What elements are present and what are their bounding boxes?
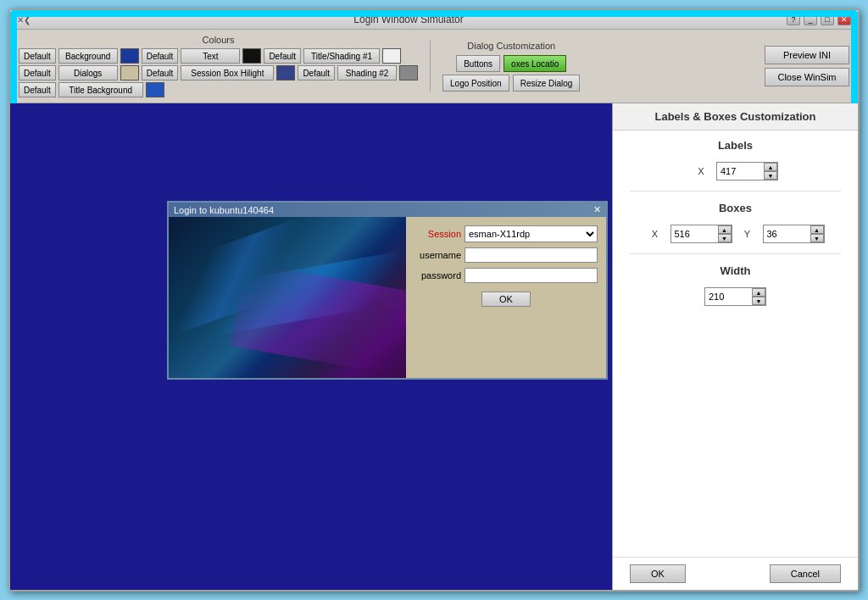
close-button[interactable]: ✕: [837, 14, 851, 25]
app-window: ✕❮ Login Window Simulator ? _ □ ✕ Colour…: [8, 8, 860, 592]
close-winsim-btn[interactable]: Close WinSim: [765, 68, 849, 86]
dialog-customization: Dialog Customization Buttons oxes Locati…: [442, 41, 580, 92]
dialog-cust-heading: Dialog Customization: [467, 41, 555, 51]
width-input[interactable]: [705, 288, 752, 305]
labels-x-down-btn[interactable]: ▼: [764, 171, 777, 180]
boxes-x-label: X: [647, 229, 664, 239]
colours-heading: Colours: [19, 35, 418, 45]
help-button[interactable]: ?: [787, 14, 800, 25]
panel-ok-btn[interactable]: OK: [630, 564, 686, 583]
boxes-y-spinner: ▲ ▼: [810, 225, 824, 242]
default-background-btn[interactable]: Default: [19, 48, 56, 64]
dialogs-btn[interactable]: Dialogs: [58, 65, 118, 81]
boxes-y-input-wrapper: ▲ ▼: [763, 225, 825, 243]
background-btn[interactable]: Background: [58, 48, 118, 64]
background-swatch[interactable]: [120, 48, 139, 64]
dialog-row-2: Logo Position Resize Dialog: [442, 75, 580, 92]
ok-btn-row: OK: [415, 292, 598, 307]
window-title: Login Window Simulator: [353, 14, 463, 25]
default-session-btn[interactable]: Default: [142, 65, 179, 81]
boxes-heading: Boxes: [630, 202, 841, 214]
text-btn[interactable]: Text: [181, 48, 240, 64]
title-shading-swatch[interactable]: [382, 48, 401, 64]
boxes-x-spinner: ▲ ▼: [718, 225, 732, 242]
session-row: Session esman-X11rdp: [415, 225, 598, 242]
password-input[interactable]: [465, 268, 598, 283]
width-heading: Width: [630, 264, 841, 277]
colour-row-background: Default Background Default Text Default …: [19, 48, 418, 64]
text-swatch[interactable]: [242, 48, 261, 64]
boxes-y-up-btn[interactable]: ▲: [810, 225, 824, 234]
labels-x-input[interactable]: [717, 163, 764, 180]
session-hilight-btn[interactable]: Session Box Hilight: [181, 65, 274, 81]
labels-x-row: X ▲ ▼: [630, 162, 841, 181]
width-input-wrapper: ▲ ▼: [704, 287, 766, 306]
default-shading2-btn[interactable]: Default: [298, 65, 335, 81]
login-dialog-title: Login to kubuntu140464: [174, 205, 274, 215]
password-label: password: [415, 270, 461, 281]
password-row: password: [415, 268, 598, 283]
login-close-icon[interactable]: ✕: [593, 204, 601, 215]
divider-boxes-width: [630, 253, 841, 254]
shading2-btn[interactable]: Shading #2: [337, 65, 397, 81]
panel-footer: OK Cancel: [613, 557, 858, 590]
default-title-btn[interactable]: Default: [264, 48, 301, 64]
logo-position-btn[interactable]: Logo Position: [442, 75, 509, 92]
location-btn[interactable]: oxes Locatio: [504, 55, 566, 72]
username-input[interactable]: [465, 247, 598, 263]
boxes-x-down-btn[interactable]: ▼: [718, 234, 732, 242]
login-title-bar: Login to kubuntu140464 ✕: [169, 203, 606, 217]
panel-content: Labels X ▲ ▼ Boxes X: [613, 131, 858, 557]
login-content: Session esman-X11rdp username password: [169, 217, 606, 378]
main-area: Login to kubuntu140464 ✕ Session esman-X…: [10, 103, 858, 590]
login-logo: [169, 217, 406, 378]
title-bar-controls: ? _ □ ✕: [787, 14, 851, 25]
divider-labels-boxes: [630, 191, 841, 192]
toolbar: Colours Default Background Default Text …: [10, 30, 858, 103]
labels-x-input-wrapper: ▲ ▼: [716, 162, 778, 181]
minimize-button[interactable]: _: [804, 14, 817, 25]
dialogs-swatch[interactable]: [120, 65, 139, 81]
labels-x-up-btn[interactable]: ▲: [764, 163, 777, 171]
boxes-xy-row: X ▲ ▼ Y ▲ ▼: [630, 225, 841, 243]
title-shading-btn[interactable]: Title/Shading #1: [303, 48, 380, 64]
colour-row-dialogs: Default Dialogs Default Session Box Hili…: [19, 65, 418, 81]
session-hilight-swatch[interactable]: [276, 65, 295, 81]
labels-x-label: X: [693, 166, 709, 176]
width-down-btn[interactable]: ▼: [752, 297, 765, 305]
colours-section: Colours Default Background Default Text …: [19, 35, 418, 97]
boxes-y-input[interactable]: [764, 225, 810, 242]
default-text-btn[interactable]: Default: [142, 48, 179, 64]
boxes-x-up-btn[interactable]: ▲: [718, 225, 732, 234]
boxes-y-down-btn[interactable]: ▼: [810, 234, 824, 242]
preview-background: Login to kubuntu140464 ✕ Session esman-X…: [10, 103, 612, 590]
boxes-x-input[interactable]: [671, 225, 718, 242]
default-dialogs-btn[interactable]: Default: [19, 65, 56, 81]
buttons-btn[interactable]: Buttons: [456, 55, 500, 72]
boxes-y-label: Y: [739, 229, 756, 239]
session-label: Session: [415, 229, 461, 239]
panel-cancel-btn[interactable]: Cancel: [770, 564, 841, 583]
panel-title: Labels & Boxes Customization: [613, 103, 858, 131]
width-row: ▲ ▼: [630, 287, 841, 306]
title-bg-swatch[interactable]: [146, 82, 164, 97]
colour-row-title-bg: Default Title Background: [19, 82, 418, 97]
session-select[interactable]: esman-X11rdp: [465, 225, 598, 242]
window-icon: ✕❮: [17, 15, 31, 25]
shading2-swatch[interactable]: [399, 65, 418, 81]
default-titlebg-btn[interactable]: Default: [19, 82, 56, 97]
title-bg-btn[interactable]: Title Background: [58, 82, 143, 97]
title-bar: ✕❮ Login Window Simulator ? _ □ ✕: [10, 10, 858, 30]
preview-ini-btn[interactable]: Preview INI: [765, 46, 849, 64]
login-ok-btn[interactable]: OK: [481, 292, 531, 307]
resize-dialog-btn[interactable]: Resize Dialog: [513, 75, 581, 92]
maximize-button[interactable]: □: [821, 14, 834, 25]
dialog-row-1: Buttons oxes Locatio: [456, 55, 566, 72]
labels-heading: Labels: [630, 139, 841, 152]
width-up-btn[interactable]: ▲: [752, 288, 765, 297]
width-spinner: ▲ ▼: [752, 288, 765, 305]
right-buttons: Preview INI Close WinSim: [765, 46, 849, 86]
login-dialog: Login to kubuntu140464 ✕ Session esman-X…: [167, 201, 608, 380]
username-label: username: [415, 250, 461, 260]
boxes-x-input-wrapper: ▲ ▼: [670, 225, 732, 243]
